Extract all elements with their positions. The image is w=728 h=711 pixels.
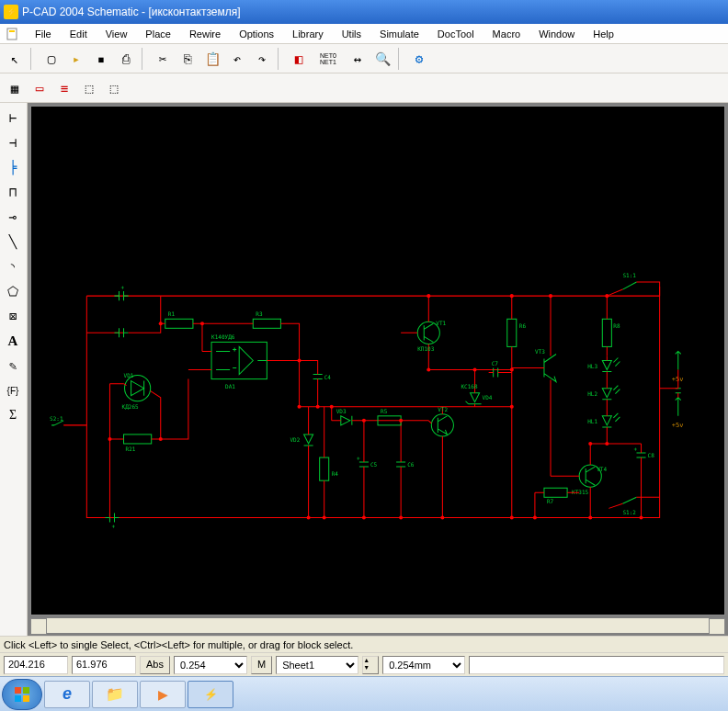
- menu-utils[interactable]: Utils: [333, 26, 370, 42]
- units-select[interactable]: 0.254mm: [382, 656, 465, 674]
- print-button[interactable]: ⎙: [115, 48, 137, 70]
- menu-doctool[interactable]: DocTool: [428, 26, 483, 42]
- taskbar-pcad[interactable]: ⚡: [188, 681, 233, 708]
- place-polygon-tool[interactable]: ⬠: [2, 280, 24, 302]
- grid-select[interactable]: 0.254: [174, 656, 247, 674]
- svg-rect-43: [602, 319, 611, 346]
- select-arrow-tool[interactable]: ↖: [4, 48, 26, 70]
- hierarchy-down-button[interactable]: ⬚: [103, 77, 125, 99]
- svg-rect-41: [544, 488, 567, 497]
- svg-text:R6: R6: [519, 322, 527, 329]
- place-wire-tool[interactable]: ⊣: [2, 131, 24, 153]
- horizontal-scrollbar[interactable]: [30, 618, 725, 633]
- svg-text:HL3: HL3: [587, 363, 597, 369]
- place-ieee-tool[interactable]: Σ: [2, 404, 24, 426]
- svg-point-60: [362, 419, 366, 423]
- svg-rect-83: [15, 687, 21, 694]
- sheet-select[interactable]: Sheet1: [276, 656, 358, 674]
- svg-text:R4: R4: [332, 470, 339, 477]
- taskbar-explorer[interactable]: 📁: [92, 681, 138, 708]
- svg-text:КС168: КС168: [461, 383, 477, 389]
- menu-help[interactable]: Help: [584, 26, 623, 42]
- place-port-tool[interactable]: ⊓: [2, 181, 24, 203]
- menu-library[interactable]: Library: [283, 26, 333, 42]
- windows-taskbar: e 📁 ▶ ⚡: [0, 676, 728, 711]
- place-field-tool[interactable]: {F}: [2, 379, 24, 401]
- schematic-canvas[interactable]: S2:1 + + VD1 КД265 R1: [30, 106, 725, 615]
- macro-button[interactable]: M: [251, 656, 272, 674]
- svg-text:+5v: +5v: [672, 421, 684, 429]
- menu-options[interactable]: Options: [230, 26, 283, 42]
- menu-edit[interactable]: Edit: [61, 26, 97, 42]
- status-hint: Click <Left> to single Select, <Ctrl><Le…: [4, 639, 353, 650]
- svg-point-59: [330, 405, 334, 409]
- svg-point-79: [510, 294, 514, 298]
- start-button[interactable]: [2, 679, 42, 710]
- grid-button[interactable]: ▦: [4, 77, 26, 99]
- svg-point-69: [323, 515, 326, 519]
- place-bus-tool[interactable]: ╞: [2, 156, 24, 178]
- svg-rect-8: [165, 319, 193, 328]
- open-file-button[interactable]: ▸: [65, 48, 87, 70]
- menu-simulate[interactable]: Simulate: [370, 26, 428, 42]
- svg-point-71: [399, 515, 403, 519]
- svg-point-58: [316, 405, 320, 409]
- menu-macro[interactable]: Macro: [483, 26, 530, 42]
- svg-rect-86: [23, 695, 29, 702]
- menubar: File Edit View Place Rewire Options Libr…: [0, 24, 728, 44]
- place-line-tool[interactable]: ╲: [2, 231, 24, 253]
- svg-point-80: [427, 294, 430, 298]
- place-part-tool[interactable]: ⊢: [2, 107, 24, 129]
- measure-tool[interactable]: ↔: [347, 48, 369, 70]
- undo-button[interactable]: ↶: [226, 48, 248, 70]
- menu-file[interactable]: File: [26, 26, 61, 42]
- svg-text:КП103: КП103: [417, 345, 434, 352]
- cut-button[interactable]: ✂: [152, 48, 174, 70]
- svg-point-64: [510, 368, 514, 372]
- svg-point-81: [588, 442, 592, 446]
- abs-rel-button[interactable]: Abs: [140, 656, 170, 674]
- svg-point-61: [399, 419, 403, 423]
- hierarchy-up-button[interactable]: ⬚: [78, 77, 100, 99]
- record-tool[interactable]: ◧: [288, 48, 310, 70]
- window-title: P-CAD 2004 Schematic - [иксконтактземля]: [22, 6, 241, 18]
- folder-icon: 📁: [106, 685, 124, 703]
- menu-window[interactable]: Window: [529, 26, 584, 42]
- save-file-button[interactable]: ▪: [90, 48, 112, 70]
- component-tool[interactable]: ⚙: [408, 48, 430, 70]
- paste-button[interactable]: 📋: [201, 48, 223, 70]
- svg-rect-0: [7, 28, 17, 40]
- svg-text:VT4: VT4: [597, 466, 607, 472]
- command-input[interactable]: [469, 656, 724, 674]
- new-file-button[interactable]: ▢: [40, 48, 63, 70]
- app-icon: ⚡: [4, 5, 18, 19]
- taskbar-media[interactable]: ▶: [140, 681, 186, 708]
- svg-text:VD3: VD3: [336, 408, 347, 414]
- svg-point-57: [298, 405, 301, 409]
- menu-view[interactable]: View: [97, 26, 137, 42]
- copy-button[interactable]: ⎘: [176, 48, 199, 70]
- svg-point-68: [307, 515, 311, 519]
- select-rect-button[interactable]: ▭: [28, 77, 51, 99]
- zoom-tool[interactable]: 🔍: [371, 48, 393, 70]
- place-text-tool[interactable]: A: [2, 330, 24, 352]
- svg-text:R8: R8: [613, 322, 620, 329]
- place-ref-tool[interactable]: ⊠: [2, 305, 24, 327]
- svg-text:HL2: HL2: [587, 390, 597, 397]
- redo-button[interactable]: ↷: [251, 48, 273, 70]
- sheet-spinner[interactable]: ▲▼: [362, 656, 379, 674]
- netlist-tool[interactable]: NET0NET1: [313, 48, 344, 70]
- svg-point-54: [159, 322, 163, 325]
- place-attribute-tool[interactable]: ✎: [2, 355, 24, 377]
- svg-text:S2:1: S2:1: [50, 415, 63, 422]
- place-pin-tool[interactable]: ⊸: [2, 206, 24, 228]
- svg-point-66: [108, 437, 111, 441]
- list-button[interactable]: ≡: [53, 77, 75, 99]
- svg-text:+: +: [121, 284, 125, 290]
- menu-place[interactable]: Place: [136, 26, 180, 42]
- svg-point-55: [200, 322, 204, 325]
- menu-rewire[interactable]: Rewire: [180, 26, 230, 42]
- taskbar-ie[interactable]: e: [44, 681, 90, 708]
- place-arc-tool[interactable]: ◝: [2, 255, 24, 277]
- doc-icon[interactable]: [6, 27, 20, 41]
